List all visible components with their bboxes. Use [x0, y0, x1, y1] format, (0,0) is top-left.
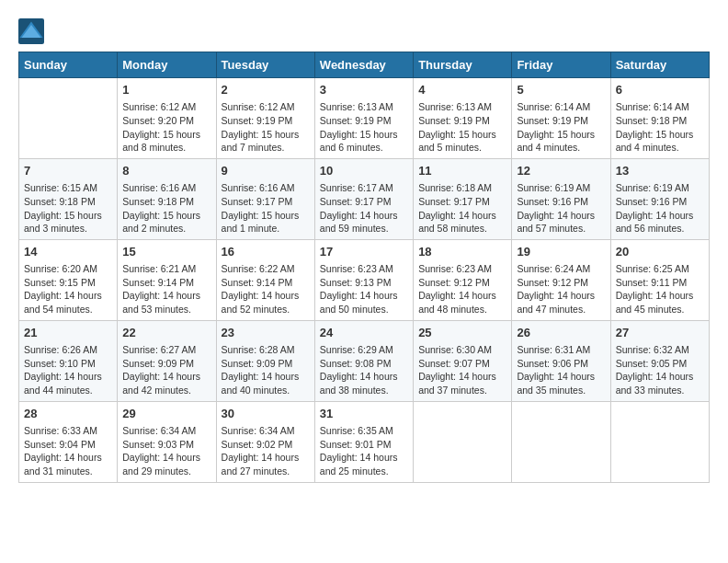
calendar-cell: 11Sunrise: 6:18 AM Sunset: 9:17 PM Dayli… — [414, 158, 512, 239]
calendar-cell: 31Sunrise: 6:35 AM Sunset: 9:01 PM Dayli… — [314, 401, 413, 482]
weekday-header: Friday — [512, 52, 610, 78]
day-info: Sunrise: 6:15 AM Sunset: 9:18 PM Dayligh… — [24, 181, 112, 236]
day-number: 23 — [222, 325, 310, 341]
calendar-cell: 3Sunrise: 6:13 AM Sunset: 9:19 PM Daylig… — [314, 78, 413, 159]
calendar-cell — [512, 401, 610, 482]
day-info: Sunrise: 6:16 AM Sunset: 9:18 PM Dayligh… — [122, 181, 210, 236]
day-info: Sunrise: 6:32 AM Sunset: 9:05 PM Dayligh… — [616, 343, 704, 397]
day-info: Sunrise: 6:16 AM Sunset: 9:17 PM Dayligh… — [222, 181, 310, 236]
calendar-week-row: 21Sunrise: 6:26 AM Sunset: 9:10 PM Dayli… — [19, 320, 710, 401]
calendar-cell: 20Sunrise: 6:25 AM Sunset: 9:11 PM Dayli… — [610, 239, 709, 320]
calendar-week-row: 1Sunrise: 6:12 AM Sunset: 9:20 PM Daylig… — [19, 78, 710, 159]
calendar-cell: 4Sunrise: 6:13 AM Sunset: 9:19 PM Daylig… — [414, 78, 512, 159]
calendar-cell: 22Sunrise: 6:27 AM Sunset: 9:09 PM Dayli… — [118, 320, 216, 401]
day-number: 20 — [616, 244, 704, 260]
day-info: Sunrise: 6:35 AM Sunset: 9:01 PM Dayligh… — [320, 424, 408, 478]
calendar-cell: 12Sunrise: 6:19 AM Sunset: 9:16 PM Dayli… — [512, 158, 610, 239]
calendar-cell: 21Sunrise: 6:26 AM Sunset: 9:10 PM Dayli… — [19, 320, 118, 401]
day-info: Sunrise: 6:29 AM Sunset: 9:08 PM Dayligh… — [320, 343, 408, 397]
day-number: 31 — [320, 406, 408, 422]
day-number: 24 — [320, 325, 408, 341]
day-number: 1 — [122, 82, 210, 98]
day-info: Sunrise: 6:23 AM Sunset: 9:13 PM Dayligh… — [320, 262, 408, 316]
day-number: 7 — [24, 163, 112, 179]
calendar-week-row: 14Sunrise: 6:20 AM Sunset: 9:15 PM Dayli… — [19, 239, 710, 320]
calendar-week-row: 28Sunrise: 6:33 AM Sunset: 9:04 PM Dayli… — [19, 401, 710, 482]
day-info: Sunrise: 6:34 AM Sunset: 9:02 PM Dayligh… — [222, 424, 310, 478]
day-number: 25 — [418, 325, 506, 341]
day-info: Sunrise: 6:13 AM Sunset: 9:19 PM Dayligh… — [418, 100, 506, 155]
day-info: Sunrise: 6:13 AM Sunset: 9:19 PM Dayligh… — [320, 100, 408, 155]
day-number: 28 — [24, 406, 112, 422]
day-number: 21 — [24, 325, 112, 341]
calendar-cell: 26Sunrise: 6:31 AM Sunset: 9:06 PM Dayli… — [512, 320, 610, 401]
weekday-header: Wednesday — [314, 52, 413, 78]
day-info: Sunrise: 6:19 AM Sunset: 9:16 PM Dayligh… — [517, 181, 605, 236]
day-number: 22 — [122, 325, 210, 341]
weekday-header: Thursday — [414, 52, 512, 78]
day-info: Sunrise: 6:27 AM Sunset: 9:09 PM Dayligh… — [122, 343, 210, 397]
day-number: 4 — [418, 82, 506, 98]
calendar-cell: 27Sunrise: 6:32 AM Sunset: 9:05 PM Dayli… — [610, 320, 709, 401]
calendar-week-row: 7Sunrise: 6:15 AM Sunset: 9:18 PM Daylig… — [19, 158, 710, 239]
day-number: 14 — [24, 244, 112, 260]
calendar-cell — [414, 401, 512, 482]
calendar-cell: 7Sunrise: 6:15 AM Sunset: 9:18 PM Daylig… — [19, 158, 118, 239]
calendar-cell: 16Sunrise: 6:22 AM Sunset: 9:14 PM Dayli… — [216, 239, 314, 320]
calendar-cell: 30Sunrise: 6:34 AM Sunset: 9:02 PM Dayli… — [216, 401, 314, 482]
day-info: Sunrise: 6:21 AM Sunset: 9:14 PM Dayligh… — [122, 262, 210, 316]
day-info: Sunrise: 6:14 AM Sunset: 9:19 PM Dayligh… — [517, 100, 605, 155]
calendar-cell: 8Sunrise: 6:16 AM Sunset: 9:18 PM Daylig… — [118, 158, 216, 239]
weekday-header: Sunday — [19, 52, 118, 78]
day-number: 29 — [122, 406, 210, 422]
weekday-header: Tuesday — [216, 52, 314, 78]
day-info: Sunrise: 6:28 AM Sunset: 9:09 PM Dayligh… — [222, 343, 310, 397]
calendar-table: SundayMondayTuesdayWednesdayThursdayFrid… — [18, 52, 710, 483]
day-number: 6 — [616, 82, 704, 98]
day-number: 8 — [122, 163, 210, 179]
day-number: 18 — [418, 244, 506, 260]
calendar-cell: 2Sunrise: 6:12 AM Sunset: 9:19 PM Daylig… — [216, 78, 314, 159]
calendar-cell — [19, 78, 118, 159]
day-number: 17 — [320, 244, 408, 260]
calendar-cell: 5Sunrise: 6:14 AM Sunset: 9:19 PM Daylig… — [512, 78, 610, 159]
day-info: Sunrise: 6:34 AM Sunset: 9:03 PM Dayligh… — [122, 424, 210, 478]
calendar-cell: 14Sunrise: 6:20 AM Sunset: 9:15 PM Dayli… — [19, 239, 118, 320]
day-number: 30 — [222, 406, 310, 422]
day-info: Sunrise: 6:20 AM Sunset: 9:15 PM Dayligh… — [24, 262, 112, 316]
day-info: Sunrise: 6:12 AM Sunset: 9:19 PM Dayligh… — [222, 100, 310, 155]
day-info: Sunrise: 6:22 AM Sunset: 9:14 PM Dayligh… — [222, 262, 310, 316]
calendar-cell: 28Sunrise: 6:33 AM Sunset: 9:04 PM Dayli… — [19, 401, 118, 482]
day-number: 12 — [517, 163, 605, 179]
calendar-cell: 6Sunrise: 6:14 AM Sunset: 9:18 PM Daylig… — [610, 78, 709, 159]
calendar-cell: 10Sunrise: 6:17 AM Sunset: 9:17 PM Dayli… — [314, 158, 413, 239]
day-info: Sunrise: 6:26 AM Sunset: 9:10 PM Dayligh… — [24, 343, 112, 397]
logo — [18, 18, 48, 44]
calendar-cell: 1Sunrise: 6:12 AM Sunset: 9:20 PM Daylig… — [118, 78, 216, 159]
calendar-header: SundayMondayTuesdayWednesdayThursdayFrid… — [19, 52, 710, 78]
calendar-cell: 29Sunrise: 6:34 AM Sunset: 9:03 PM Dayli… — [118, 401, 216, 482]
day-number: 2 — [222, 82, 310, 98]
calendar-cell: 23Sunrise: 6:28 AM Sunset: 9:09 PM Dayli… — [216, 320, 314, 401]
day-info: Sunrise: 6:18 AM Sunset: 9:17 PM Dayligh… — [418, 181, 506, 236]
day-info: Sunrise: 6:17 AM Sunset: 9:17 PM Dayligh… — [320, 181, 408, 236]
day-number: 11 — [418, 163, 506, 179]
day-number: 10 — [320, 163, 408, 179]
day-info: Sunrise: 6:24 AM Sunset: 9:12 PM Dayligh… — [517, 262, 605, 316]
day-info: Sunrise: 6:33 AM Sunset: 9:04 PM Dayligh… — [24, 424, 112, 478]
day-number: 19 — [517, 244, 605, 260]
weekday-header: Saturday — [610, 52, 709, 78]
calendar-cell: 25Sunrise: 6:30 AM Sunset: 9:07 PM Dayli… — [414, 320, 512, 401]
day-number: 9 — [222, 163, 310, 179]
calendar-cell: 19Sunrise: 6:24 AM Sunset: 9:12 PM Dayli… — [512, 239, 610, 320]
logo-icon — [18, 18, 44, 44]
calendar-cell: 18Sunrise: 6:23 AM Sunset: 9:12 PM Dayli… — [414, 239, 512, 320]
calendar-body: 1Sunrise: 6:12 AM Sunset: 9:20 PM Daylig… — [19, 78, 710, 483]
day-info: Sunrise: 6:14 AM Sunset: 9:18 PM Dayligh… — [616, 100, 704, 155]
calendar-cell: 15Sunrise: 6:21 AM Sunset: 9:14 PM Dayli… — [118, 239, 216, 320]
day-number: 15 — [122, 244, 210, 260]
day-number: 13 — [616, 163, 704, 179]
day-info: Sunrise: 6:12 AM Sunset: 9:20 PM Dayligh… — [122, 100, 210, 155]
day-info: Sunrise: 6:23 AM Sunset: 9:12 PM Dayligh… — [418, 262, 506, 316]
day-number: 16 — [222, 244, 310, 260]
